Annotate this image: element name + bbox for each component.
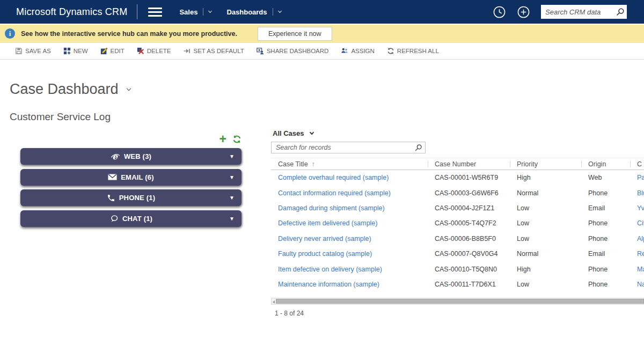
page-title-text: Case Dashboard (10, 81, 119, 98)
column-header-case-title[interactable]: Case Title↑ (271, 158, 428, 170)
pin-icon (184, 47, 191, 55)
view-selector[interactable]: All Cases (273, 128, 644, 138)
nav-item-dashboards[interactable]: Dashboards (226, 8, 281, 16)
column-header-label: Case Number (435, 160, 476, 168)
info-icon: i (5, 28, 15, 39)
scrollbar-thumb[interactable] (276, 299, 644, 304)
notification-bar: i See how the interactive service hub ca… (0, 25, 644, 43)
hamburger-menu-icon[interactable] (148, 8, 162, 17)
cell-origin: Phone (581, 235, 630, 243)
cell-title[interactable]: Item defective on delivery (sample) (271, 266, 428, 273)
cell-origin: Web (581, 174, 630, 181)
experience-it-now-button[interactable]: Experience it now (258, 27, 332, 41)
cell-title[interactable]: Maintenance information (sample) (271, 281, 428, 288)
cell-title[interactable]: Damaged during shipment (sample) (271, 204, 428, 212)
crm-search-input[interactable] (545, 8, 616, 16)
column-header-case-number[interactable]: Case Number (428, 158, 510, 170)
app-title: Microsoft Dynamics CRM (16, 6, 127, 18)
column-header-origin[interactable]: Origin (581, 158, 630, 170)
command-label: SHARE DASHBOARD (267, 48, 329, 54)
channel-label: EMAIL (6) (121, 173, 154, 181)
command-delete[interactable]: DELETE (137, 47, 171, 55)
expand-triangle-icon[interactable]: ▼ (229, 174, 235, 180)
cell-origin: Phone (581, 281, 630, 288)
cell-title[interactable]: Defective item delivered (sample) (271, 219, 428, 227)
command-share-dashboard[interactable]: SHARE DASHBOARD (257, 47, 329, 55)
expand-triangle-icon[interactable]: ▼ (229, 195, 235, 201)
table-row[interactable]: Defective item delivered (sample)CAS-000… (271, 216, 644, 231)
column-header-label: Priority (517, 160, 538, 168)
expand-triangle-icon[interactable]: ▼ (229, 216, 235, 222)
refresh-icon[interactable] (232, 135, 241, 144)
assign-icon (341, 47, 348, 55)
horizontal-scrollbar[interactable] (271, 298, 644, 305)
cell-customer[interactable]: Alp (630, 235, 644, 243)
search-icon[interactable] (414, 144, 422, 152)
command-label: NEW (74, 48, 88, 54)
cell-customer[interactable]: Re (630, 250, 644, 258)
column-header-c[interactable]: C (630, 158, 644, 170)
history-clock-icon[interactable] (493, 5, 506, 19)
table-row[interactable]: Contact information required (sample)CAS… (271, 185, 644, 200)
cases-table: Case Title↑Case NumberPriorityOriginC Co… (271, 158, 644, 292)
page-title[interactable]: Case Dashboard (10, 81, 644, 98)
command-refresh-all[interactable]: REFRESH ALL (387, 47, 439, 55)
command-new[interactable]: NEW (63, 47, 88, 55)
cell-origin: Email (581, 250, 630, 258)
table-row[interactable]: Damaged during shipment (sample)CAS-0000… (271, 201, 644, 216)
cell-number: CAS-00006-B8B5F0 (428, 235, 510, 243)
cell-title[interactable]: Delivery never arrived (sample) (271, 235, 428, 243)
cell-customer[interactable]: Na (630, 281, 644, 288)
command-edit[interactable]: EDIT (100, 47, 125, 55)
topbar-divider (137, 4, 137, 19)
nav-item-label: Dashboards (226, 8, 267, 16)
chat-icon (109, 214, 119, 223)
crm-search-box[interactable] (541, 5, 627, 19)
nav-divider (273, 8, 273, 16)
cell-priority: High (510, 174, 581, 181)
channel-web-3[interactable]: eWEB (3)▼ (20, 148, 241, 165)
plus-circle-icon[interactable] (517, 5, 530, 19)
table-row[interactable]: Item defective on delivery (sample)CAS-0… (271, 261, 644, 276)
cell-customer[interactable]: Yvo (630, 204, 644, 212)
view-title: All Cases (273, 129, 304, 137)
cell-number: CAS-00004-J2F1Z1 (428, 204, 510, 212)
nav-item-label: Sales (179, 8, 197, 16)
cell-title[interactable]: Complete overhaul required (sample) (271, 174, 428, 181)
delete-icon (137, 47, 144, 55)
cell-priority: Normal (510, 189, 581, 197)
command-label: SET AS DEFAULT (194, 48, 244, 54)
cell-customer[interactable]: Ma (630, 266, 644, 273)
customer-service-log-panel: + eWEB (3)▼EMAIL (6)▼PHONE (1)▼CHAT (1)▼ (20, 133, 241, 231)
command-assign[interactable]: ASSIGN (341, 47, 374, 55)
record-search-input[interactable] (272, 144, 414, 151)
cell-origin: Phone (581, 219, 630, 227)
expand-triangle-icon[interactable]: ▼ (229, 153, 235, 159)
table-row[interactable]: Complete overhaul required (sample)CAS-0… (271, 170, 644, 185)
cell-customer[interactable]: Blu (630, 189, 644, 197)
cell-title[interactable]: Faulty product catalog (sample) (271, 250, 428, 258)
add-icon[interactable]: + (219, 134, 226, 144)
command-save-as[interactable]: SAVE AS (15, 47, 51, 55)
command-set-as-default[interactable]: SET AS DEFAULT (184, 47, 244, 55)
channel-label: PHONE (1) (119, 194, 156, 202)
command-label: REFRESH ALL (397, 48, 439, 54)
column-header-priority[interactable]: Priority (510, 158, 581, 170)
cell-customer[interactable]: Pat (630, 174, 644, 181)
cell-customer[interactable]: Cit (630, 219, 644, 227)
table-row[interactable]: Maintenance information (sample)CAS-0001… (271, 277, 644, 292)
channel-phone-1[interactable]: PHONE (1)▼ (20, 189, 241, 206)
table-row[interactable]: Faulty product catalog (sample)CAS-00007… (271, 246, 644, 261)
record-search-box[interactable] (271, 142, 426, 153)
table-row[interactable]: Delivery never arrived (sample)CAS-00006… (271, 231, 644, 246)
command-label: DELETE (147, 48, 171, 54)
column-header-label: Origin (588, 160, 606, 168)
nav-item-sales[interactable]: Sales (179, 8, 211, 16)
cell-priority: Low (510, 235, 581, 243)
search-icon[interactable] (616, 8, 625, 17)
channel-chat-1[interactable]: CHAT (1)▼ (20, 210, 241, 227)
channel-email-6[interactable]: EMAIL (6)▼ (20, 169, 241, 186)
scroll-left-arrow-icon[interactable] (273, 300, 275, 304)
nav-divider (203, 8, 203, 16)
cell-title[interactable]: Contact information required (sample) (271, 189, 428, 197)
